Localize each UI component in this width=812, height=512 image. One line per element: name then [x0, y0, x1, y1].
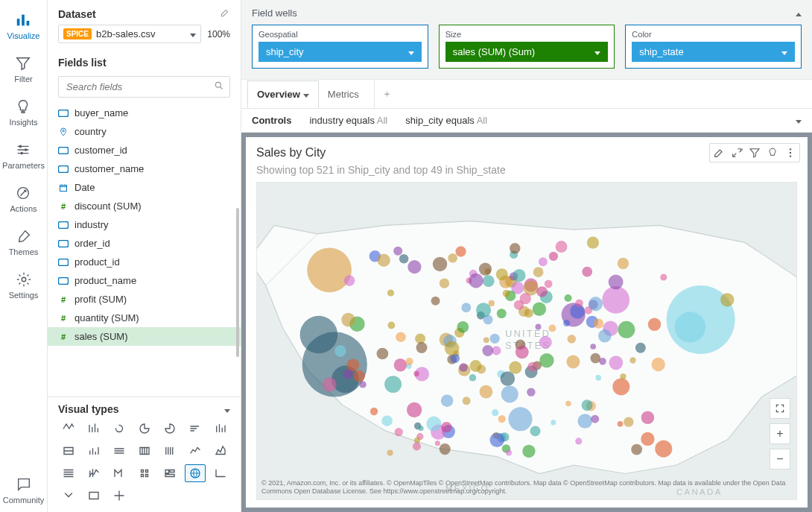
map-bubble[interactable] [575, 299, 583, 307]
map-bubble[interactable] [509, 361, 521, 374]
add-sheet-button[interactable]: ＋ [374, 80, 399, 108]
map-bubble[interactable] [618, 258, 629, 269]
rail-insights[interactable]: Insights [10, 91, 38, 134]
map-bubble[interactable] [407, 260, 421, 274]
field-item[interactable]: order_id [48, 234, 241, 253]
map-bubble[interactable] [624, 417, 633, 426]
map-bubble[interactable] [564, 294, 571, 302]
map-bubble[interactable] [587, 236, 599, 248]
map-bubble[interactable] [341, 313, 355, 327]
visual-type-option[interactable] [185, 464, 206, 482]
map-bubble[interactable] [545, 280, 553, 288]
map-bubble[interactable] [490, 334, 500, 344]
field-item[interactable]: product_id [48, 253, 241, 271]
map-bubble[interactable] [556, 241, 568, 253]
map-bubble[interactable] [399, 254, 408, 263]
map-bubble[interactable] [489, 300, 495, 306]
map-bubble[interactable] [501, 385, 518, 402]
visual-type-option[interactable] [83, 487, 104, 505]
map-area[interactable]: UNITED STATES MEXICO CANADA + − © 2021, … [256, 182, 797, 500]
map-bubble[interactable] [359, 381, 366, 388]
map-bubble[interactable] [578, 414, 593, 429]
map-bubble[interactable] [433, 257, 447, 271]
map-bubble[interactable] [590, 344, 596, 350]
map-bubble[interactable] [407, 402, 422, 417]
visual-type-option[interactable] [109, 487, 130, 505]
more-menu-icon[interactable] [784, 147, 796, 159]
map-bubble[interactable] [520, 293, 531, 304]
rail-settings[interactable]: Settings [9, 264, 39, 307]
map-bubble[interactable] [498, 415, 505, 423]
map-bubble[interactable] [482, 345, 493, 356]
visual-type-option[interactable] [83, 464, 104, 482]
map-bubble[interactable] [539, 353, 554, 367]
map-bubble[interactable] [635, 343, 646, 353]
map-bubble[interactable] [575, 437, 582, 444]
visual-types-header[interactable]: Visual types [58, 403, 230, 420]
map-bubble[interactable] [589, 297, 603, 311]
visual-type-option[interactable] [109, 442, 130, 460]
map-bubble[interactable] [533, 303, 546, 316]
visual-type-option[interactable] [109, 420, 130, 437]
maximize-icon[interactable] [731, 147, 743, 159]
map-bubble[interactable] [582, 267, 592, 277]
map-bubble[interactable] [416, 342, 428, 353]
map-bubble[interactable] [551, 420, 556, 425]
field-item[interactable]: industry [48, 215, 241, 234]
map-bubble[interactable] [675, 312, 705, 342]
map-bubble[interactable] [513, 269, 525, 282]
map-bubble[interactable] [457, 321, 469, 333]
map-bubble[interactable] [469, 374, 477, 382]
map-bubble[interactable] [492, 409, 498, 416]
edit-dataset-icon[interactable] [220, 7, 230, 20]
map-bubble[interactable] [353, 370, 365, 382]
rail-parameters[interactable]: Parameters [2, 134, 45, 177]
map-bubble[interactable] [549, 252, 558, 261]
map-bubble[interactable] [497, 309, 507, 318]
field-item[interactable]: Date [48, 178, 241, 197]
map-bubble[interactable] [506, 449, 512, 455]
map-bubble[interactable] [431, 297, 440, 306]
map-bubble[interactable] [595, 375, 601, 381]
map-bubble[interactable] [582, 399, 593, 411]
map-fullscreen-button[interactable] [770, 398, 790, 419]
visual-type-option[interactable] [134, 464, 155, 482]
map-bubble[interactable] [396, 332, 406, 342]
map-bubble[interactable] [387, 449, 393, 455]
visual-type-option[interactable] [185, 420, 206, 437]
map-bubble[interactable] [501, 371, 516, 386]
map-bubble[interactable] [641, 432, 654, 446]
rail-themes[interactable]: Themes [9, 221, 39, 264]
map-bubble[interactable] [479, 263, 492, 276]
map-bubble[interactable] [533, 267, 544, 277]
field-item[interactable]: buyer_name [48, 104, 241, 122]
edit-title-icon[interactable] [713, 147, 725, 159]
map-bubble[interactable] [445, 341, 460, 356]
visual-type-option[interactable] [159, 420, 180, 437]
map-bubble[interactable] [590, 353, 600, 364]
map-bubble[interactable] [548, 324, 556, 332]
field-item[interactable]: country [48, 122, 241, 141]
map-bubble[interactable] [406, 358, 413, 365]
map-bubble[interactable] [413, 371, 419, 376]
insight-icon[interactable] [767, 147, 778, 159]
map-bubble[interactable] [530, 426, 541, 436]
map-bubble[interactable] [387, 322, 395, 329]
map-bubble[interactable] [440, 443, 451, 455]
visual-type-option[interactable] [83, 420, 104, 437]
fields-search-input[interactable] [58, 76, 230, 98]
map-bubble[interactable] [395, 428, 403, 436]
map-bubble[interactable] [629, 357, 635, 363]
map-bubble[interactable] [591, 415, 599, 423]
visual-type-option[interactable] [134, 420, 155, 437]
visual-type-option[interactable] [210, 464, 231, 482]
map-bubble[interactable] [334, 345, 346, 357]
map-bubble[interactable] [527, 362, 537, 372]
scrollbar[interactable] [236, 208, 239, 357]
map-bubble[interactable] [461, 303, 471, 312]
map-bubble[interactable] [470, 360, 482, 372]
map-bubble[interactable] [426, 417, 441, 432]
pill-color[interactable]: ship_state [632, 42, 795, 62]
map-bubble[interactable] [522, 445, 535, 458]
tab-overview[interactable]: Overview [247, 80, 319, 108]
